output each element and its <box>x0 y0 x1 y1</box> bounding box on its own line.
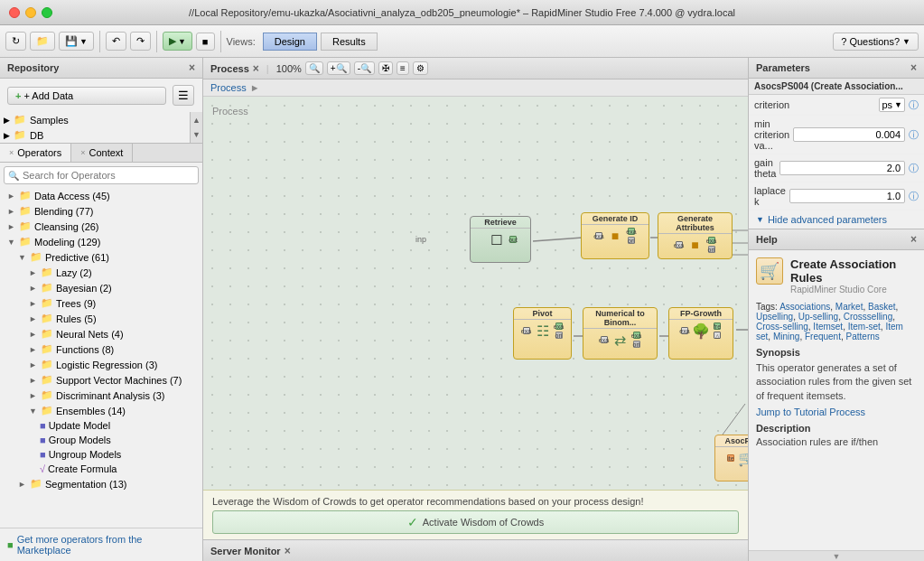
tag-mining[interactable]: Mining <box>773 332 799 341</box>
output-port-fre[interactable]: fre <box>714 323 721 330</box>
output-port[interactable]: out <box>509 236 517 243</box>
laplace-k-input[interactable] <box>789 189 905 203</box>
zoom-fit-button[interactable]: 🔍 <box>305 61 323 75</box>
generate-id-node[interactable]: Generate ID exa ■ exa ori <box>581 212 649 259</box>
toolbar-save-button[interactable]: 💾 ▼ <box>59 32 94 51</box>
zoom-out-button[interactable]: -🔍 <box>354 61 375 75</box>
tag-up-selling[interactable]: Up-selling <box>798 312 838 322</box>
tree-item-bayesian[interactable]: ► 📁 Bayesian (2) <box>0 280 202 295</box>
repo-item-db[interactable]: ▶ 📁 DB <box>0 127 190 143</box>
toolbar-redo-button[interactable]: ↷ <box>130 32 151 51</box>
server-monitor-close-button[interactable]: × <box>285 545 291 557</box>
tree-item-svm[interactable]: ► 📁 Support Vector Machines (7) <box>0 372 202 388</box>
tree-item-predictive[interactable]: ▼ 📁 Predictive (61) <box>0 249 202 265</box>
input-port[interactable]: exa <box>601 336 608 343</box>
scroll-indicator[interactable]: ▼ <box>749 550 924 561</box>
output-port-fre2[interactable]: △ <box>714 332 721 339</box>
param-info-icon[interactable]: ⓘ <box>909 128 919 142</box>
tag-frequent[interactable]: Frequent <box>805 332 841 341</box>
context-tab[interactable]: × Context <box>71 144 133 162</box>
tree-item-rules[interactable]: ► 📁 Rules (5) <box>0 311 202 326</box>
tag-upselling[interactable]: Upselling <box>756 312 793 322</box>
tag-basket[interactable]: Basket <box>868 302 896 312</box>
input-port[interactable]: exa <box>595 232 602 239</box>
process-canvas[interactable]: Process inp <box>203 97 748 490</box>
tree-item-cleansing[interactable]: ► 📁 Cleansing (26) <box>0 219 202 234</box>
tag-market[interactable]: Market <box>835 302 863 312</box>
toolbar-stop-button[interactable]: ■ <box>196 33 215 51</box>
param-info-icon[interactable]: ⓘ <box>909 190 919 203</box>
close-button[interactable] <box>9 7 20 18</box>
zoom-in-button[interactable]: +🔍 <box>327 61 350 75</box>
tree-item-discriminant[interactable]: ► 📁 Discriminant Analysis (3) <box>0 388 202 403</box>
zoom-reset-button[interactable]: ✠ <box>378 61 393 75</box>
output-port-exa[interactable]: exa <box>633 332 640 339</box>
tree-item-data-access[interactable]: ► 📁 Data Access (45) <box>0 188 202 203</box>
tree-item-neural-nets[interactable]: ► 📁 Neural Nets (4) <box>0 326 202 341</box>
operators-tab[interactable]: × Operators <box>0 144 71 162</box>
repository-close-button[interactable]: × <box>189 61 195 74</box>
parameters-close-button[interactable]: × <box>910 61 917 74</box>
activate-wisdom-button[interactable]: ✓ Activate Wisdom of Crowds <box>212 510 739 534</box>
toolbar-open-button[interactable]: 📁 <box>30 32 55 51</box>
param-info-icon[interactable]: ⓘ <box>909 162 919 175</box>
minimize-button[interactable] <box>25 7 36 18</box>
maximize-button[interactable] <box>42 7 52 18</box>
scroll-up-icon[interactable]: ▲ <box>191 114 202 126</box>
output-port-ori[interactable]: ori <box>633 341 640 348</box>
asocps008-node[interactable]: AsocPS008 ite 🛒 rul <box>714 435 748 482</box>
tree-item-ungroup-models[interactable]: ■ Ungroup Models <box>0 447 202 462</box>
output-port-ori[interactable]: ori <box>628 237 635 244</box>
repo-item-samples[interactable]: ▶ 📁 Samples <box>0 112 190 127</box>
context-close-icon[interactable]: × <box>80 148 85 157</box>
tag-item-set[interactable]: Item-set <box>848 322 881 332</box>
tree-item-trees[interactable]: ► 📁 Trees (9) <box>0 295 202 311</box>
tree-item-update-model[interactable]: ■ Update Model <box>0 418 202 433</box>
tree-item-logistic-reg[interactable]: ► 📁 Logistic Regression (3) <box>0 357 202 372</box>
toolbar-back-button[interactable]: ↻ <box>5 32 26 51</box>
output-port-exa[interactable]: exa <box>628 228 635 235</box>
search-input[interactable] <box>4 166 199 184</box>
output-port-exa[interactable]: exa <box>555 323 563 330</box>
num-to-binom-node[interactable]: Numerical to Binom... exa ⇄ exa ori <box>583 307 658 360</box>
results-view-button[interactable]: Results <box>321 33 378 51</box>
settings-button[interactable]: ⚙ <box>413 61 428 75</box>
tag-crossselling[interactable]: Crossselling <box>844 312 892 322</box>
operators-close-icon[interactable]: × <box>9 148 14 157</box>
min-criterion-input[interactable] <box>793 127 905 142</box>
input-port-ite[interactable]: ite <box>727 454 734 462</box>
help-button[interactable]: ? Questions? ▼ <box>833 33 919 51</box>
output-port-ori[interactable]: ori <box>708 246 715 253</box>
toolbar-run-button[interactable]: ▶ ▼ <box>163 32 192 51</box>
tree-item-create-formula[interactable]: √ Create Formula <box>0 462 202 476</box>
design-view-button[interactable]: Design <box>263 33 317 51</box>
tree-item-group-models[interactable]: ■ Group Models <box>0 433 202 447</box>
breadcrumb-process[interactable]: Process <box>210 82 247 93</box>
toolbar-undo-button[interactable]: ↶ <box>106 32 126 51</box>
input-port-exa[interactable]: exa <box>681 327 688 334</box>
fp-growth-node[interactable]: FP-Growth exa 🌳 fre △ <box>668 307 733 360</box>
tree-item-lazy[interactable]: ► 📁 Lazy (2) <box>0 265 202 280</box>
scroll-down-icon[interactable]: ▼ <box>191 128 202 141</box>
retrieve-node[interactable]: Retrieve □ out <box>470 216 531 263</box>
criterion-select[interactable]: ps ▼ <box>879 98 905 112</box>
input-port[interactable]: exa <box>523 327 530 334</box>
help-close-button[interactable]: × <box>910 233 917 246</box>
marketplace-link[interactable]: ■ Get more operators from the Marketplac… <box>0 528 202 561</box>
tree-item-functions[interactable]: ► 📁 Functions (8) <box>0 341 202 357</box>
output-port-exa[interactable]: exa <box>708 237 715 244</box>
gain-theta-input[interactable] <box>779 161 905 175</box>
generate-attributes-node[interactable]: Generate Attributes exa ■ exa ori <box>658 212 733 259</box>
tag-itemset[interactable]: Itemset <box>813 322 843 332</box>
list-view-button[interactable]: ☰ <box>173 85 194 106</box>
hide-advanced-button[interactable]: Hide advanced parameters <box>749 210 924 229</box>
input-port[interactable]: exa <box>676 241 683 248</box>
tree-item-segmentation[interactable]: ► 📁 Segmentation (13) <box>0 476 202 491</box>
tag-associations[interactable]: Associations <box>779 302 830 312</box>
auto-arrange-button[interactable]: ≡ <box>397 61 409 75</box>
tag-cross-selling[interactable]: Cross-selling <box>756 322 808 332</box>
pivot-node[interactable]: Pivot exa ☷ exa ori <box>513 307 572 360</box>
tree-item-blending[interactable]: ► 📁 Blending (77) <box>0 203 202 219</box>
tag-patterns[interactable]: Patterns <box>846 332 880 341</box>
process-close-button[interactable]: × <box>253 62 259 75</box>
